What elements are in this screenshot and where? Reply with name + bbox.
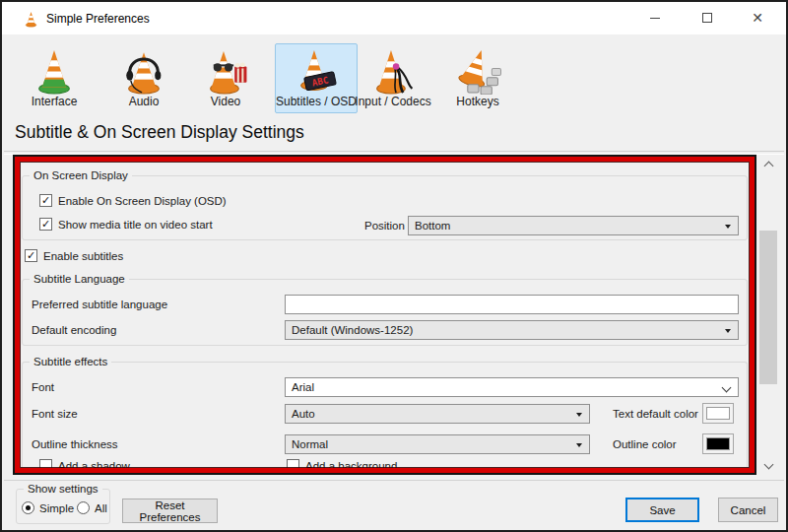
page-title: Subtitle & On Screen Display Settings — [15, 122, 304, 143]
chevron-down-icon — [722, 383, 732, 393]
maximize-button[interactable] — [685, 2, 730, 33]
save-button[interactable]: Save — [625, 498, 699, 522]
font-label: Font — [32, 381, 54, 393]
font-combobox[interactable]: Arial — [285, 377, 739, 397]
enable-osd-row: ✓ Enable On Screen Display (OSD) — [39, 194, 227, 207]
maximize-icon — [702, 13, 712, 23]
add-background-row: ✓ Add a background — [287, 459, 397, 472]
font-value: Arial — [292, 381, 314, 393]
hotkeys-cone-icon — [453, 46, 502, 95]
show-settings-label: Show settings — [24, 483, 102, 495]
position-label: Position — [364, 220, 404, 232]
position-value: Bottom — [415, 220, 450, 232]
show-media-title-checkbox[interactable]: ✓ — [39, 218, 52, 231]
enable-osd-label: Enable On Screen Display (OSD) — [58, 195, 227, 207]
font-size-dropdown[interactable]: Auto — [285, 404, 590, 424]
font-size-value: Auto — [292, 408, 315, 420]
add-shadow-label: Add a shadow — [58, 460, 130, 472]
checkmark-icon: ✓ — [27, 250, 35, 261]
chevron-down-icon — [763, 460, 773, 470]
default-encoding-value: Default (Windows-1252) — [292, 324, 413, 336]
radio-all-row: All — [77, 501, 107, 514]
add-shadow-row: ✓ Add a shadow — [39, 459, 130, 472]
checkmark-icon: ✓ — [41, 195, 50, 206]
preferred-language-input[interactable] — [285, 295, 739, 314]
outline-thickness-dropdown[interactable]: Normal — [285, 434, 590, 454]
tab-input-codecs[interactable]: Input / Codecs — [352, 43, 434, 113]
add-shadow-checkbox[interactable]: ✓ — [39, 459, 52, 472]
enable-osd-checkbox[interactable]: ✓ — [39, 194, 52, 207]
tab-hotkeys-label: Hotkeys — [456, 95, 498, 108]
default-encoding-dropdown[interactable]: Default (Windows-1252) — [285, 320, 739, 340]
video-cone-icon — [201, 46, 250, 95]
scroll-down-button[interactable] — [758, 458, 778, 475]
add-background-label: Add a background — [305, 460, 397, 472]
close-button[interactable]: ✕ — [735, 2, 780, 33]
subtitle-language-group-label: Subtitle Language — [30, 273, 129, 285]
outline-color-label: Outline color — [613, 438, 677, 450]
tab-input-codecs-label: Input / Codecs — [355, 95, 430, 108]
radio-simple-row: Simple — [22, 501, 74, 514]
tab-subtitles-osd-label: Subtitles / OSD — [276, 95, 357, 108]
text-default-color-label: Text default color — [613, 408, 698, 420]
simple-preferences-dialog: Simple Preferences ✕ Interface Audio — [0, 0, 788, 532]
text-default-color-button[interactable] — [702, 403, 734, 424]
position-dropdown[interactable]: Bottom — [408, 216, 739, 235]
subtitle-effects-group-label: Subtitle effects — [30, 356, 111, 367]
all-radio[interactable] — [77, 501, 90, 514]
tab-audio-label: Audio — [129, 95, 160, 108]
scroll-up-button[interactable] — [758, 156, 778, 172]
tab-subtitles-osd[interactable]: ABC Subtitles / OSD — [275, 43, 358, 113]
enable-subtitles-row: ✓ Enable subtitles — [25, 249, 123, 262]
cancel-button[interactable]: Cancel — [718, 498, 778, 522]
default-encoding-label: Default encoding — [32, 324, 116, 336]
preferred-language-label: Preferred subtitle language — [32, 299, 167, 310]
simple-radio-label: Simple — [39, 502, 74, 514]
show-media-title-row: ✓ Show media title on video start — [39, 218, 213, 231]
reset-preferences-button[interactable]: Reset Preferences — [122, 499, 218, 523]
tab-interface-label: Interface — [32, 95, 78, 108]
input-codecs-cone-icon — [368, 46, 418, 95]
interface-cone-icon — [30, 46, 79, 95]
outline-thickness-value: Normal — [292, 438, 328, 450]
chevron-up-icon — [763, 162, 773, 171]
show-media-title-label: Show media title on video start — [58, 219, 213, 231]
dropdown-arrow-icon — [576, 413, 582, 417]
dropdown-arrow-icon — [725, 225, 731, 229]
checkmark-icon: ✓ — [41, 219, 50, 230]
subtitles-cone-icon: ABC — [292, 46, 341, 95]
font-size-label: Font size — [32, 408, 78, 420]
vlc-app-icon — [23, 10, 39, 28]
tab-interface[interactable]: Interface — [13, 43, 96, 113]
enable-subtitles-label: Enable subtitles — [43, 250, 123, 262]
add-background-checkbox[interactable]: ✓ — [287, 459, 299, 472]
simple-radio[interactable] — [22, 501, 34, 514]
minimize-icon — [650, 18, 660, 19]
tab-video[interactable]: Video — [184, 43, 267, 113]
text-color-swatch — [706, 407, 730, 420]
window-title: Simple Preferences — [46, 12, 150, 26]
close-icon: ✕ — [752, 11, 763, 25]
vertical-scrollbar[interactable] — [758, 156, 778, 475]
heading-separator — [4, 151, 784, 155]
audio-cone-icon — [119, 46, 168, 95]
tab-hotkeys[interactable]: Hotkeys — [436, 43, 519, 113]
all-radio-label: All — [95, 502, 107, 514]
outline-color-button[interactable] — [702, 433, 734, 454]
tab-video-label: Video — [211, 95, 240, 108]
minimize-button[interactable] — [632, 2, 678, 33]
outline-color-swatch — [706, 437, 730, 450]
scrollbar-thumb[interactable] — [759, 231, 777, 384]
footer-separator — [4, 480, 784, 481]
osd-group-label: On Screen Display — [30, 169, 132, 181]
outline-thickness-label: Outline thickness — [32, 438, 118, 450]
dropdown-arrow-icon — [725, 329, 731, 333]
titlebar: Simple Preferences ✕ — [2, 2, 786, 34]
tab-audio[interactable]: Audio — [102, 43, 185, 113]
enable-subtitles-checkbox[interactable]: ✓ — [25, 249, 37, 262]
dropdown-arrow-icon — [576, 443, 582, 447]
